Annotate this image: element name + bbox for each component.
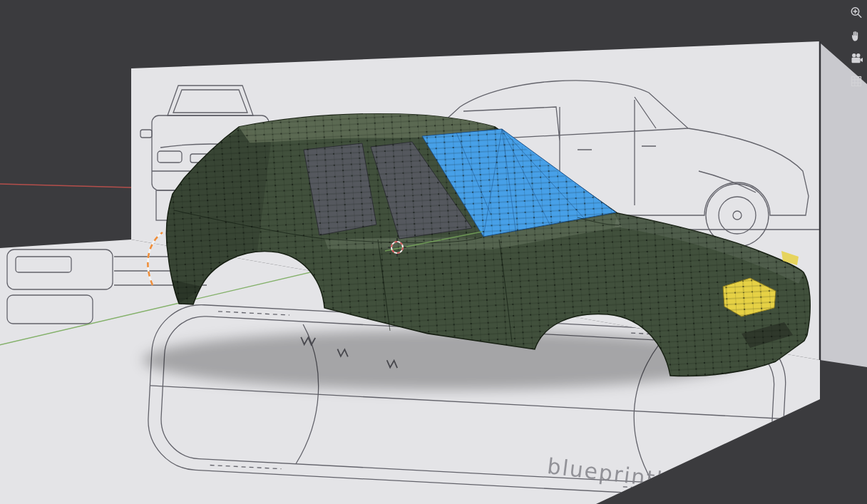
grid-ortho-icon[interactable] — [847, 72, 866, 91]
zoom-in-icon[interactable] — [847, 4, 866, 22]
car-shadow — [143, 330, 742, 390]
blender-3d-viewport: blueprintbox.co — [0, 0, 867, 504]
pan-hand-icon[interactable] — [847, 26, 866, 45]
3d-viewport-canvas[interactable]: blueprintbox.co — [0, 0, 867, 504]
viewport-nav-controls — [847, 4, 866, 91]
camera-view-icon[interactable] — [847, 49, 866, 68]
